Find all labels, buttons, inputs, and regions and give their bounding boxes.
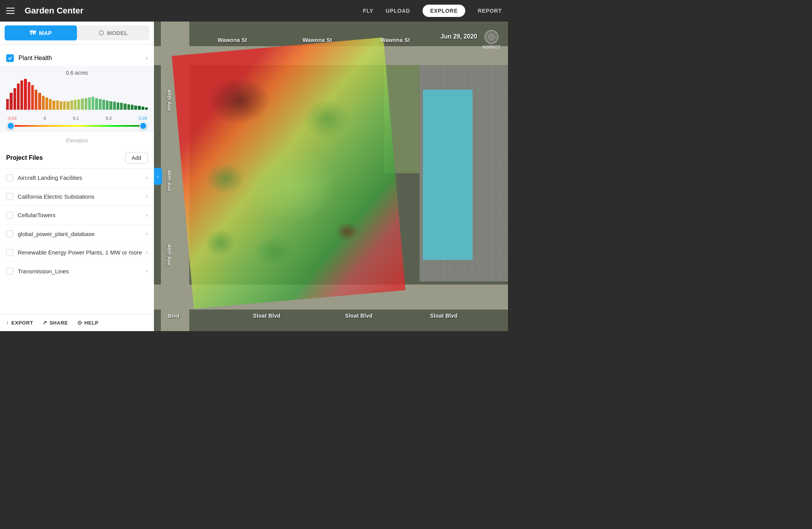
nav-report[interactable]: REPORT [478, 8, 502, 14]
file-list-item[interactable]: California Electric Substations › [0, 187, 154, 206]
histogram-bar [113, 102, 116, 110]
file-checkbox-1[interactable] [6, 193, 13, 200]
histogram-bar [52, 100, 55, 110]
file-checkbox-0[interactable] [6, 174, 13, 181]
share-icon: ↗ [42, 320, 47, 326]
histogram-bar [145, 107, 148, 110]
blvd-short-label: Blvd [168, 313, 179, 319]
share-button[interactable]: ↗ SHARE [42, 320, 68, 326]
help-button[interactable]: ⊙ HELP [77, 320, 99, 326]
histogram-bar [99, 99, 102, 110]
layers-panel: Plant Health › [0, 45, 154, 66]
file-chevron-icon-4: › [146, 249, 148, 256]
ndvi-overlay [172, 38, 405, 309]
file-list-item[interactable]: Transmission_Lines › [0, 262, 154, 281]
file-name-0: Aircraft Landing Facilities [18, 174, 146, 182]
file-checkbox-3[interactable] [6, 230, 13, 237]
histogram-bar [85, 98, 87, 110]
file-list-item[interactable]: Renewable Energy Power Plants, 1 MW or m… [0, 243, 154, 262]
file-chevron-icon-3: › [146, 230, 148, 237]
model-toggle-button[interactable]: ⬡ MODEL [77, 25, 149, 40]
histogram-labels: -0.09 0 0.1 0.2 0.28 [6, 116, 148, 121]
sloat-blvd-label-1: Sloat Blvd [253, 313, 281, 319]
file-chevron-icon-1: › [146, 193, 148, 200]
histogram-bar [31, 85, 34, 110]
app-title: Garden Center [25, 6, 363, 16]
histogram-bar [45, 97, 48, 110]
project-files-title: Project Files [6, 154, 43, 161]
histogram-bar [6, 99, 9, 110]
file-list-item[interactable]: Aircraft Landing Facilities › [0, 168, 154, 187]
file-checkbox-4[interactable] [6, 249, 13, 256]
bottom-bar: ↑ EXPORT ↗ SHARE ⊙ HELP [0, 314, 154, 331]
histogram-bar [35, 90, 37, 110]
46th-ave-label-1: 46th Ave [166, 90, 172, 111]
nav-explore[interactable]: EXPLORE [423, 5, 466, 17]
histogram-bar [10, 93, 12, 110]
main-layout: 🗺 MAP ⬡ MODEL Plant Health › 0.6 [0, 22, 508, 331]
map-date-label: Jun 29, 2020 [441, 33, 477, 40]
histogram-bar [102, 100, 105, 110]
inspect-label: INSPECT [482, 45, 500, 49]
histogram-bar [131, 105, 134, 110]
add-file-button[interactable]: Add [125, 152, 148, 164]
histogram-bar [63, 101, 66, 110]
inspect-circle [485, 30, 498, 44]
file-name-1: California Electric Substations [18, 193, 146, 201]
slider-fill [8, 125, 145, 127]
histogram-bar [95, 98, 98, 110]
hist-01-label: 0.1 [73, 116, 79, 121]
hist-02-label: 0.2 [106, 116, 112, 121]
plant-health-layer[interactable]: Plant Health › [6, 50, 148, 66]
file-name-3: global_power_plant_database [18, 230, 146, 238]
46th-ave-label-3: 46th Ave [166, 244, 172, 266]
file-list: Aircraft Landing Facilities › California… [0, 168, 154, 314]
project-files-header: Project Files Add [0, 147, 154, 168]
map-area[interactable]: ‹ Jun 29, 2020 [154, 22, 508, 331]
file-checkbox-5[interactable] [6, 268, 13, 275]
46th-ave-label-2: 46th Ave [166, 170, 172, 191]
histogram-bar [20, 80, 23, 110]
slider-thumb-right[interactable] [139, 122, 147, 130]
collapse-icon: ‹ [157, 173, 159, 179]
acres-label: 0.6 acres [6, 70, 148, 76]
histogram-bar [74, 100, 77, 110]
menu-icon[interactable] [6, 5, 18, 17]
elevation-label[interactable]: Elevation [0, 137, 154, 144]
file-chevron-icon-5: › [146, 268, 148, 275]
hist-zero-label: 0 [43, 116, 46, 121]
histogram-bar [67, 101, 69, 110]
map-toggle-button[interactable]: 🗺 MAP [5, 25, 77, 40]
export-button[interactable]: ↑ EXPORT [6, 320, 33, 326]
file-name-2: CellularTowers [18, 211, 146, 219]
wawona-st-label-3: Wawona St [381, 37, 410, 43]
histogram-bar [127, 104, 130, 110]
file-list-item[interactable]: CellularTowers › [0, 206, 154, 224]
plant-health-checkbox[interactable] [6, 54, 14, 62]
wawona-st-label-1: Wawona St [218, 37, 247, 43]
histogram-bar [138, 106, 140, 110]
inspect-button[interactable]: INSPECT [482, 30, 500, 49]
file-list-item[interactable]: global_power_plant_database › [0, 224, 154, 243]
plant-health-label: Plant Health [18, 55, 145, 62]
histogram-bar [81, 99, 84, 110]
view-toggle: 🗺 MAP ⬡ MODEL [0, 22, 154, 45]
histogram-bar [28, 82, 30, 110]
histogram-bar [42, 96, 45, 110]
nav-fly[interactable]: FLY [363, 8, 373, 14]
wawona-st-label-2: Wawona St [302, 37, 332, 43]
histogram-bar [60, 101, 62, 110]
teal-building [423, 90, 473, 260]
hist-min-label: -0.09 [7, 116, 17, 121]
histogram-container [6, 79, 148, 114]
sidebar-collapse-button[interactable]: ‹ [154, 168, 162, 185]
nav-upload[interactable]: UPLOAD [386, 8, 410, 14]
file-checkbox-2[interactable] [6, 212, 13, 219]
plant-health-chevron-icon: › [145, 54, 148, 62]
header: Garden Center FLY UPLOAD EXPLORE REPORT [0, 0, 508, 22]
histogram-bar [38, 93, 41, 110]
slider-thumb-left[interactable] [7, 122, 15, 130]
histogram-bar [77, 99, 80, 110]
histogram-bar [117, 102, 119, 110]
histogram-bar [49, 99, 52, 110]
